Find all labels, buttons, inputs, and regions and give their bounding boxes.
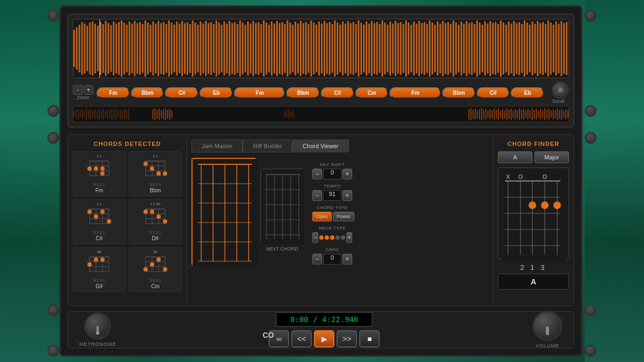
svg-rect-263 bbox=[530, 110, 531, 119]
cm-fingers: 3 4 2 1 bbox=[132, 279, 179, 282]
play-btn[interactable]: ▶ bbox=[314, 330, 334, 347]
svg-rect-157 bbox=[484, 22, 486, 75]
svg-rect-169 bbox=[516, 23, 517, 74]
chord-pill-1[interactable]: Bbm bbox=[131, 87, 165, 99]
chord-diagram-cm[interactable]: 2# 3 4 2 1 bbox=[129, 247, 182, 292]
screw-br2 bbox=[585, 345, 597, 357]
svg-rect-139 bbox=[437, 22, 439, 75]
chord-pill-4[interactable]: Fm bbox=[234, 87, 285, 99]
bbm-markers: x x bbox=[132, 154, 179, 158]
svg-rect-153 bbox=[474, 24, 475, 73]
svg-rect-244 bbox=[490, 109, 491, 120]
stop-btn[interactable]: ■ bbox=[359, 330, 380, 347]
svg-point-305 bbox=[163, 171, 167, 176]
svg-rect-199 bbox=[88, 110, 89, 119]
co-badge: CO bbox=[263, 331, 274, 339]
zoom-plus-btn[interactable]: + bbox=[84, 85, 93, 95]
chord-type-power[interactable]: Power bbox=[333, 212, 354, 221]
zoom-minus-btn[interactable]: - bbox=[73, 85, 83, 95]
chord-diagram-fm[interactable]: x x bbox=[73, 151, 126, 196]
dsharp-markers: x x 2# bbox=[132, 202, 179, 206]
neck-type-minus[interactable]: − bbox=[312, 232, 318, 243]
svg-rect-34 bbox=[160, 23, 162, 74]
chord-pill-6[interactable]: C# bbox=[321, 87, 354, 99]
finder-key-btn[interactable]: A bbox=[498, 151, 532, 163]
svg-rect-104 bbox=[345, 24, 346, 73]
key-shift-plus[interactable]: + bbox=[342, 169, 352, 179]
svg-rect-234 bbox=[468, 109, 469, 120]
chord-diagram-bbm[interactable]: x x 3 4 2 1 bbox=[129, 151, 182, 196]
capo-plus[interactable]: + bbox=[342, 254, 352, 264]
svg-rect-181 bbox=[547, 20, 549, 76]
svg-rect-108 bbox=[355, 24, 357, 73]
tempo-row: − 91 + bbox=[312, 190, 352, 201]
tab-riff-builder[interactable]: Riff Builder bbox=[243, 140, 292, 152]
svg-rect-112 bbox=[366, 22, 367, 75]
svg-point-304 bbox=[156, 171, 161, 176]
svg-rect-198 bbox=[86, 108, 87, 120]
chord-type-open[interactable]: Open bbox=[312, 212, 332, 221]
screw-br1 bbox=[585, 304, 597, 316]
chord-pill-3[interactable]: Eb bbox=[200, 87, 233, 99]
volume-knob[interactable] bbox=[532, 311, 563, 341]
svg-rect-127 bbox=[405, 20, 407, 76]
tab-jam-master[interactable]: Jam Master bbox=[191, 140, 243, 152]
svg-point-327 bbox=[150, 210, 154, 214]
chord-finder-title: CHORD FINDER bbox=[498, 141, 569, 147]
svg-point-338 bbox=[87, 262, 92, 267]
chord-pill-11[interactable]: Eb bbox=[511, 87, 544, 99]
rewind-btn[interactable]: << bbox=[291, 330, 312, 347]
svg-rect-55 bbox=[216, 20, 217, 76]
svg-rect-256 bbox=[515, 109, 516, 120]
svg-rect-143 bbox=[447, 22, 449, 75]
svg-rect-63 bbox=[237, 24, 238, 73]
chord-pill-8[interactable]: Fm bbox=[389, 87, 441, 99]
svg-rect-13 bbox=[105, 21, 107, 76]
neck-type-plus[interactable]: + bbox=[346, 232, 352, 243]
gsharp-fingers: 3 2 1 1 bbox=[76, 279, 123, 282]
chord-pill-10[interactable]: C# bbox=[477, 87, 510, 99]
svg-rect-226 bbox=[167, 110, 168, 119]
chord-pill-5[interactable]: Bbm bbox=[286, 87, 320, 99]
neck-dots bbox=[319, 235, 345, 240]
svg-rect-86 bbox=[297, 24, 299, 73]
key-shift-minus[interactable]: − bbox=[312, 169, 322, 179]
chord-diagram-dsharp[interactable]: x x 2# 3 1 2 bbox=[129, 199, 182, 244]
chord-pill-2[interactable]: C# bbox=[165, 87, 198, 99]
chord-diagram-gsharp[interactable]: 4# 3 2 1 1 G# bbox=[73, 247, 126, 292]
tab-chord-viewer[interactable]: Chord Viewer bbox=[292, 140, 348, 152]
svg-rect-158 bbox=[487, 24, 489, 73]
svg-rect-260 bbox=[523, 109, 524, 120]
svg-point-293 bbox=[100, 171, 105, 176]
svg-rect-136 bbox=[429, 20, 430, 76]
svg-rect-87 bbox=[300, 21, 302, 76]
capo-minus[interactable]: − bbox=[312, 254, 322, 264]
chord-pill-9[interactable]: Bbm bbox=[442, 87, 476, 99]
chord-diagram-csharp[interactable]: x x 3 1 2 1 bbox=[73, 199, 126, 244]
time-display: 0:00 / 4:22.946 bbox=[276, 312, 373, 327]
tempo-plus[interactable]: + bbox=[342, 190, 352, 201]
svg-rect-245 bbox=[491, 110, 492, 119]
waveform-display[interactable] bbox=[73, 19, 569, 78]
svg-rect-4 bbox=[81, 22, 83, 75]
neck-dot-1 bbox=[319, 235, 324, 240]
screw-ml2 bbox=[47, 132, 59, 144]
finder-type-btn[interactable]: Major bbox=[535, 151, 569, 163]
forward-btn[interactable]: >> bbox=[337, 330, 357, 347]
svg-rect-144 bbox=[450, 24, 451, 73]
svg-rect-107 bbox=[353, 22, 354, 75]
svg-rect-44 bbox=[187, 22, 188, 75]
finder-chord-name[interactable]: A bbox=[498, 274, 569, 290]
svg-rect-206 bbox=[103, 109, 104, 120]
svg-rect-278 bbox=[561, 109, 562, 120]
mini-waveform[interactable] bbox=[73, 106, 569, 122]
tempo-minus[interactable]: − bbox=[312, 190, 322, 201]
scroll-btn[interactable] bbox=[552, 81, 569, 99]
chord-pill-0[interactable]: Fm bbox=[97, 87, 130, 99]
key-shift-label: KEY SHIFT bbox=[312, 162, 352, 167]
zoom-label: Zoom bbox=[77, 95, 89, 100]
csharp-name: C# bbox=[76, 235, 123, 241]
svg-rect-179 bbox=[542, 22, 544, 75]
metronome-knob[interactable] bbox=[84, 312, 111, 339]
chord-pill-7[interactable]: Cm bbox=[355, 87, 389, 99]
